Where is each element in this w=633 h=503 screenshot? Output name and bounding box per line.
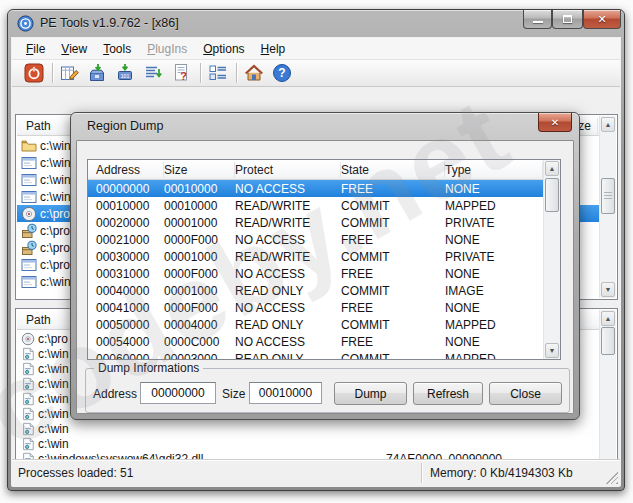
- screenshot-canvas: PE Tools v1.9.762 - [x86] ✕ FileViewTool…: [0, 0, 633, 503]
- region-size: 0000F000: [164, 301, 235, 315]
- dump-informations-group: Dump Informations Address 00000000 Size …: [85, 368, 570, 413]
- region-protect: READ/WRITE: [235, 199, 341, 213]
- size-input[interactable]: 00010000: [249, 382, 322, 404]
- region-row[interactable]: 0001000000010000READ/WRITECOMMITMAPPED: [88, 197, 543, 214]
- module-path: c:\win: [38, 362, 69, 376]
- scroll-thumb[interactable]: [601, 327, 615, 355]
- resize-grip[interactable]: [606, 472, 618, 484]
- region-row[interactable]: 0005000000004000READ ONLYCOMMITMAPPED: [88, 316, 543, 333]
- refresh-button[interactable]: Refresh: [413, 382, 483, 405]
- home-toolbar-button[interactable]: [242, 61, 266, 85]
- dialog-close-button[interactable]: ✕: [538, 113, 572, 132]
- dump-partial-toolbar-button[interactable]: 101: [114, 61, 138, 85]
- process-path: c:\pro: [40, 241, 70, 255]
- dll-icon: [21, 422, 35, 436]
- region-size: 00001000: [164, 250, 235, 264]
- module-row[interactable]: c:\win: [17, 436, 601, 451]
- dump-full-toolbar-button[interactable]: [86, 61, 110, 85]
- column-header-path: Path: [26, 313, 51, 327]
- menu-item-options[interactable]: Options: [195, 39, 252, 59]
- process-path: c:\win: [40, 275, 71, 289]
- status-bar: Processes loaded: 51 Memory: 0 Kb/419430…: [12, 459, 620, 486]
- dump-button[interactable]: Dump: [334, 382, 407, 405]
- dll-icon: [21, 362, 35, 376]
- region-row[interactable]: 000310000000F000NO ACCESSFREENONE: [88, 265, 543, 282]
- installer-icon: [21, 223, 37, 239]
- title-bar[interactable]: PE Tools v1.9.762 - [x86] ✕: [8, 10, 624, 37]
- region-row[interactable]: 000210000000F000NO ACCESSFREENONE: [88, 231, 543, 248]
- process-path: c:\win: [40, 139, 71, 153]
- scroll-down-button[interactable]: ▼: [601, 282, 615, 297]
- region-row[interactable]: 0004000000001000READ ONLYCOMMITIMAGE: [88, 282, 543, 299]
- region-table-header[interactable]: AddressSizeProtectStateType: [88, 160, 543, 180]
- process-path: c:\pro: [40, 207, 70, 221]
- region-protect: NO ACCESS: [235, 335, 341, 349]
- module-path: c:\win: [38, 437, 69, 451]
- dll-icon: [21, 347, 35, 361]
- size-label: Size: [222, 387, 245, 401]
- region-protect: READ ONLY: [235, 284, 341, 298]
- menu-item-tools[interactable]: Tools: [95, 39, 139, 59]
- region-row[interactable]: 0000000000010000NO ACCESSFREENONE: [88, 180, 543, 197]
- region-address: 00010000: [96, 199, 164, 213]
- menu-item-file[interactable]: File: [18, 39, 53, 59]
- pe-sniffer-toolbar-button[interactable]: ?: [170, 61, 194, 85]
- svg-text:?: ?: [278, 66, 285, 80]
- scroll-thumb[interactable]: [601, 178, 615, 214]
- region-column-header-state: State: [341, 162, 445, 178]
- region-row[interactable]: 000410000000F000NO ACCESSFREENONE: [88, 299, 543, 316]
- region-table-scrollbar[interactable]: ▲▼: [543, 160, 560, 359]
- help-icon: ?: [272, 63, 292, 83]
- region-type: NONE: [445, 335, 543, 349]
- app-icon: [21, 274, 37, 290]
- region-size: 0000F000: [164, 267, 235, 281]
- dump-region-toolbar-button[interactable]: [142, 61, 166, 85]
- cd-icon: [21, 332, 35, 346]
- close-button[interactable]: ✕: [583, 10, 621, 29]
- region-state: COMMIT: [341, 250, 445, 264]
- options-toolbar-button[interactable]: [206, 61, 230, 85]
- app-icon: [21, 257, 37, 273]
- scroll-up-button[interactable]: ▲: [601, 117, 615, 132]
- minimize-button[interactable]: [523, 10, 552, 29]
- pe-editor-toolbar-button[interactable]: [58, 61, 82, 85]
- scroll-up-button[interactable]: ▲: [601, 311, 615, 326]
- svg-text:101: 101: [121, 73, 130, 79]
- region-state: COMMIT: [341, 199, 445, 213]
- region-protect: NO ACCESS: [235, 233, 341, 247]
- menu-item-help[interactable]: Help: [253, 39, 294, 59]
- module-list-scrollbar[interactable]: ▲▼: [599, 310, 616, 484]
- region-row[interactable]: 0002000000001000READ/WRITECOMMITPRIVATE: [88, 214, 543, 231]
- process-list-scrollbar[interactable]: ▲▼: [599, 116, 616, 298]
- region-protect: NO ACCESS: [235, 182, 341, 196]
- help-toolbar-button[interactable]: ?: [270, 61, 294, 85]
- region-state: FREE: [341, 301, 445, 315]
- region-type: NONE: [445, 182, 543, 196]
- region-state: FREE: [341, 182, 445, 196]
- dump-full-icon: [88, 63, 108, 83]
- process-path: c:\pro: [40, 224, 70, 238]
- maximize-button[interactable]: [552, 10, 583, 29]
- power-toolbar-button[interactable]: [22, 61, 46, 85]
- close-dialog-button[interactable]: Close: [489, 382, 562, 405]
- address-input[interactable]: 00000000: [140, 382, 216, 404]
- region-address: 00021000: [96, 233, 164, 247]
- menu-item-plugins[interactable]: PlugIns: [139, 39, 195, 59]
- menu-item-view[interactable]: View: [53, 39, 95, 59]
- scroll-up-button[interactable]: ▲: [545, 161, 559, 176]
- scroll-down-button[interactable]: ▼: [545, 343, 559, 358]
- scroll-thumb[interactable]: [545, 178, 559, 212]
- region-column-header-size: Size: [164, 162, 235, 178]
- region-type: MAPPED: [445, 352, 543, 360]
- dump-region-icon: [144, 63, 164, 83]
- region-state: COMMIT: [341, 216, 445, 230]
- region-protect: NO ACCESS: [235, 267, 341, 281]
- region-row[interactable]: 0003000000001000READ/WRITECOMMITPRIVATE: [88, 248, 543, 265]
- module-row[interactable]: c:\win: [17, 421, 601, 436]
- region-row[interactable]: 000540000000C000NO ACCESSFREENONE: [88, 333, 543, 350]
- region-row[interactable]: 0006000000003000READ ONLYCOMMITMAPPED: [88, 350, 543, 359]
- region-state: COMMIT: [341, 318, 445, 332]
- region-address: 00000000: [96, 182, 164, 196]
- home-icon: [244, 63, 264, 83]
- module-path: c:\pro: [38, 332, 68, 346]
